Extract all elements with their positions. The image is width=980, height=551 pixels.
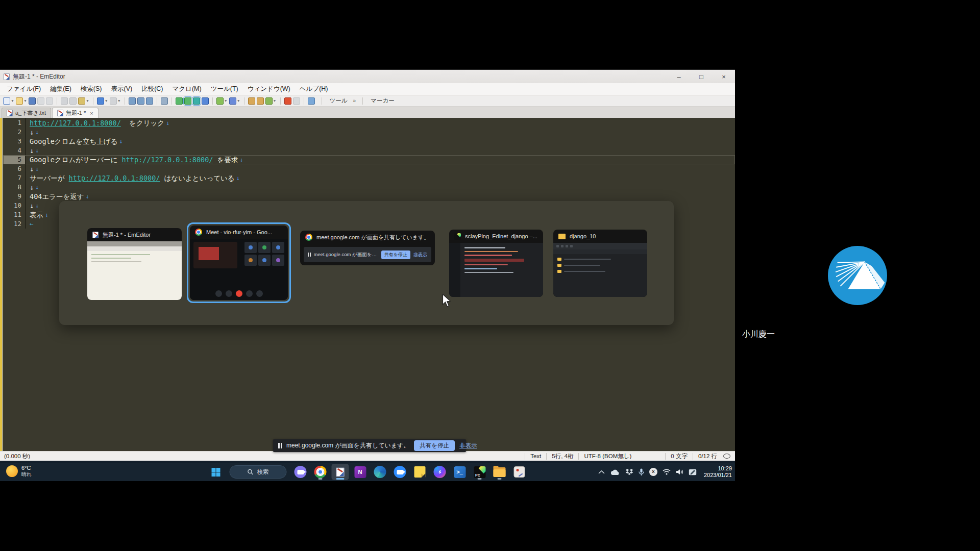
editor-line: 7サーバーが http://127.0.0.1:8000/ はないよといっている…: [3, 173, 735, 183]
view-wrap-icon[interactable]: [184, 97, 191, 105]
switcher-window-1[interactable]: Meet - vio-rfur-yim - Goo...: [190, 226, 288, 300]
url-link[interactable]: http://127.0.0.1:8000/: [122, 155, 213, 164]
chat-icon[interactable]: [292, 464, 309, 480]
document-tab-1[interactable]: 無題-1 *×: [52, 108, 99, 118]
edge-icon[interactable]: [372, 464, 389, 480]
editor-line: 9404エラーを返す↓: [3, 192, 735, 201]
powershell-icon[interactable]: >_: [451, 464, 469, 480]
stop-sharing-button[interactable]: 共有を停止: [414, 440, 455, 451]
chrome-share-bar: meet.google.com が画面を共有しています。 共有を停止 非表示: [273, 439, 466, 452]
dropbox-icon[interactable]: [625, 468, 633, 475]
wifi-icon[interactable]: [663, 469, 671, 475]
compare-icon[interactable]: ▼: [229, 97, 240, 105]
emeditor-icon[interactable]: [332, 464, 349, 480]
messenger-icon[interactable]: [431, 464, 449, 480]
url-link[interactable]: http://127.0.0.1:8000/: [69, 173, 160, 183]
tab-bar: a_下書き.txt無題-1 *×: [0, 107, 735, 118]
macro-open-icon[interactable]: [248, 97, 255, 105]
maximize-button[interactable]: □: [690, 70, 713, 83]
find-icon[interactable]: [129, 97, 136, 105]
document-tab-0[interactable]: a_下書き.txt: [2, 108, 51, 118]
save-icon[interactable]: [29, 97, 36, 105]
newline-mark-icon: ↓: [239, 155, 243, 164]
taskbar-clock[interactable]: 10:292023/01/21: [704, 465, 732, 479]
editor-line: 2↓↓: [3, 128, 735, 137]
save-all-icon[interactable]: [37, 97, 44, 105]
thumb-share-bar: meet.google.com が画面を共有しています。共有を停止非表示: [304, 247, 431, 262]
status-mode[interactable]: Text: [525, 453, 546, 460]
pycharm-icon[interactable]: PC: [471, 464, 488, 480]
volume-icon[interactable]: [676, 469, 683, 475]
view-page-icon[interactable]: [193, 97, 200, 105]
line-number: 12: [3, 219, 26, 229]
url-link[interactable]: http://127.0.0.1:8000/: [30, 118, 121, 128]
menu-item-5[interactable]: マクロ(M): [168, 83, 206, 95]
weather-widget[interactable]: 6°C 晴れ: [6, 465, 32, 478]
search-box[interactable]: 検索: [230, 465, 287, 479]
find-next-icon[interactable]: [137, 97, 144, 105]
dropdown-arrow-icon: ▼: [237, 99, 240, 103]
switcher-window-3[interactable]: sclayPing_Edinet_django –...: [449, 230, 543, 297]
start-button[interactable]: [207, 464, 225, 480]
onenote-icon[interactable]: N: [352, 464, 369, 480]
thumb-hide-link[interactable]: 非表示: [413, 252, 427, 258]
menu-item-6[interactable]: ツール(T): [206, 83, 243, 95]
onedrive-icon[interactable]: [610, 469, 620, 475]
paste-icon[interactable]: ▼: [78, 97, 89, 105]
replace-icon[interactable]: [146, 97, 153, 105]
chrome-icon[interactable]: [312, 464, 329, 480]
grep-icon[interactable]: [161, 97, 168, 105]
switcher-window-4[interactable]: django_10: [553, 230, 647, 297]
status-cursor-pos[interactable]: 5行, 4桁: [546, 453, 578, 460]
tray-expand-icon[interactable]: [598, 470, 605, 474]
pin-icon[interactable]: [308, 97, 315, 105]
menu-item-0[interactable]: ファイル(F): [2, 83, 45, 95]
menu-item-4[interactable]: 比較(C): [137, 83, 167, 95]
marker-toolbar-label[interactable]: マーカー: [366, 97, 399, 105]
tools-chevron-icon[interactable]: »: [353, 98, 356, 104]
macro-select-icon[interactable]: ▼: [265, 97, 277, 105]
mute-circle-icon[interactable]: ×: [649, 468, 657, 476]
status-encoding[interactable]: UTF-8 (BOM無し): [578, 453, 636, 460]
thumbnail-title: meet.google.com が画面を共有しています。: [300, 231, 435, 244]
outline-icon[interactable]: ▼: [216, 97, 228, 105]
menu-item-7[interactable]: ウィンドウ(W): [243, 83, 295, 95]
stickynotes-icon[interactable]: [411, 464, 429, 480]
thumb-stop-button[interactable]: 共有を停止: [381, 251, 410, 259]
explorer-icon[interactable]: [491, 464, 508, 480]
macro-save-icon[interactable]: [257, 97, 264, 105]
text-segment: を要求: [213, 155, 238, 164]
close-button[interactable]: ×: [713, 70, 735, 83]
menu-item-3[interactable]: 表示(V): [106, 83, 137, 95]
thumbnail-title-text: meet.google.com が画面を共有しています。: [316, 234, 429, 241]
copy-icon[interactable]: [69, 97, 77, 105]
menu-item-1[interactable]: 編集(E): [45, 83, 76, 95]
undo-icon[interactable]: ▼: [97, 97, 108, 105]
ime-icon[interactable]: [689, 469, 697, 475]
view-normal-icon[interactable]: [176, 97, 183, 105]
switcher-window-2[interactable]: meet.google.com が画面を共有しています。meet.google.…: [300, 231, 435, 265]
participant-name: 小川慶一: [742, 329, 775, 340]
menu-item-2[interactable]: 検索(S): [76, 83, 107, 95]
run-macro-icon[interactable]: [293, 97, 300, 105]
redo-icon[interactable]: ▼: [110, 97, 121, 105]
print-icon[interactable]: [46, 97, 53, 105]
record-macro-icon[interactable]: [284, 97, 291, 105]
title-bar[interactable]: 無題-1 * - EmEditor – □ ×: [0, 70, 735, 83]
cut-icon[interactable]: [61, 97, 68, 105]
switcher-window-0[interactable]: 無題-1 * - EmEditor: [87, 228, 182, 300]
zoom-icon[interactable]: [391, 464, 409, 480]
open-file-icon[interactable]: ▼: [16, 97, 27, 105]
tools-toolbar-label[interactable]: ツール: [326, 97, 352, 105]
new-file-icon[interactable]: ▼: [3, 97, 14, 105]
feedback-icon[interactable]: [723, 454, 730, 459]
menu-item-8[interactable]: ヘルプ(H): [295, 83, 333, 95]
minimize-button[interactable]: –: [668, 70, 690, 83]
snip-icon[interactable]: [511, 464, 528, 480]
chrome-icon: [305, 234, 312, 241]
view-code-icon[interactable]: [202, 97, 209, 105]
tab-close-icon[interactable]: ×: [90, 110, 93, 116]
line-text: Googleクロムを立ち上げる↓: [26, 137, 122, 146]
microphone-icon[interactable]: [639, 468, 644, 476]
hide-link[interactable]: 非表示: [459, 442, 477, 449]
